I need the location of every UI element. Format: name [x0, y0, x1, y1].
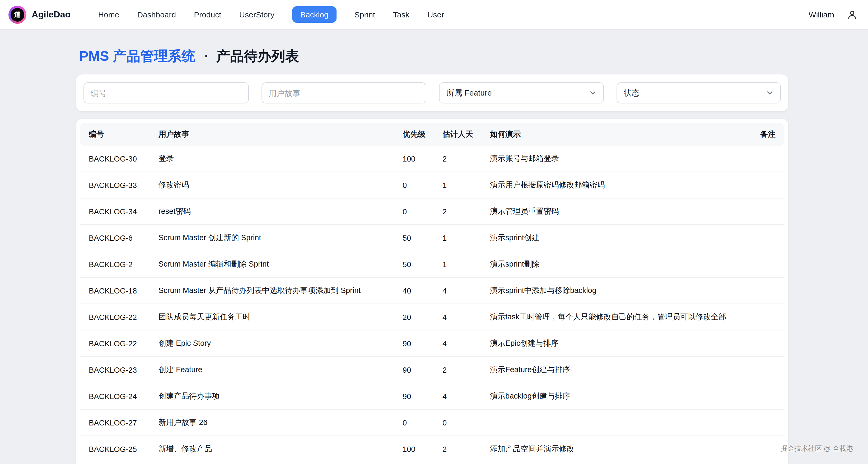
column-header-priority: 优先级	[394, 123, 434, 146]
cell-days: 1	[434, 172, 482, 198]
nav-item-product[interactable]: Product	[194, 10, 221, 19]
cell-days: 4	[434, 277, 482, 304]
page-title: PMS 产品管理系统 · 产品待办列表	[79, 47, 868, 65]
cell-priority: 90	[394, 357, 434, 383]
nav-item-dashboard[interactable]: Dashboard	[137, 10, 176, 19]
cell-demo: 演示Epic创建与排序	[482, 330, 746, 357]
cell-note	[746, 251, 784, 277]
table-row[interactable]: BACKLOG-30 登录 100 2 演示账号与邮箱登录	[80, 146, 784, 172]
cell-days: 2	[434, 146, 482, 172]
cell-story: Scrum Master 从产品待办列表中选取待办事项添加到 Sprint	[150, 277, 394, 304]
cell-note	[746, 172, 784, 198]
cell-priority: 0	[394, 198, 434, 225]
cell-priority: 90	[394, 462, 434, 464]
cell-priority: 90	[394, 330, 434, 357]
cell-priority: 50	[394, 251, 434, 277]
cell-note	[746, 436, 784, 462]
nav-item-userstory[interactable]: UserStory	[239, 10, 275, 19]
page-title-primary: PMS 产品管理系统	[79, 48, 195, 64]
username: William	[809, 10, 834, 19]
table-row[interactable]: BACKLOG-27 新用户故事 26 0 0	[80, 409, 784, 436]
column-header-story: 用户故事	[150, 123, 394, 146]
nav-item-sprint[interactable]: Sprint	[354, 10, 375, 19]
column-header-demo: 如何演示	[482, 123, 746, 146]
page-title-separator: ·	[205, 48, 209, 64]
table-row[interactable]: BACKLOG-24 创建产品待办事项 90 4 演示backlog创建与排序	[80, 383, 784, 409]
cell-demo: 添加产品空间并演示修改	[482, 436, 746, 462]
agiledao-logo[interactable]: 道	[8, 5, 26, 24]
app-root: 道 AgileDao Home Dashboard Product UserSt…	[0, 0, 868, 464]
nav-item-task[interactable]: Task	[393, 10, 409, 19]
page-title-secondary: 产品待办列表	[216, 48, 299, 64]
cell-priority: 0	[394, 409, 434, 436]
cell-id: BACKLOG-25	[80, 436, 150, 462]
backlog-table-card: 编号 用户故事 优先级 估计人天 如何演示 备注 BACKLOG-30 登录 1…	[76, 119, 788, 464]
column-header-id: 编号	[80, 123, 150, 146]
cell-note	[746, 330, 784, 357]
cell-demo: 演示账号与邮箱登录	[482, 146, 746, 172]
cell-demo: 演示sprint中添加与移除backlog	[482, 277, 746, 304]
cell-demo: 演示sprint创建	[482, 225, 746, 251]
cell-id: BACKLOG-23	[80, 357, 150, 383]
status-select-value: 状态	[624, 88, 640, 98]
cell-story: Scrum Master 编辑和删除 Sprint	[150, 251, 394, 277]
cell-priority: 0	[394, 172, 434, 198]
column-header-days: 估计人天	[434, 123, 482, 146]
cell-story: 新增、修改产品	[150, 436, 394, 462]
cell-demo: 演示Feature创建与排序	[482, 357, 746, 383]
table-row[interactable]: BACKLOG-23 创建 Feature 90 2 演示Feature创建与排…	[80, 357, 784, 383]
table-row[interactable]: BACKLOG-33 修改密码 0 1 演示用户根据原密码修改邮箱密码	[80, 172, 784, 198]
cell-demo: 演示用户根据原密码修改邮箱密码	[482, 172, 746, 198]
main-nav: Home Dashboard Product UserStory Backlog…	[98, 6, 444, 23]
story-filter-input[interactable]	[261, 82, 426, 103]
top-navbar: 道 AgileDao Home Dashboard Product UserSt…	[0, 0, 868, 29]
cell-id: BACKLOG-34	[80, 198, 150, 225]
logo-glyph: 道	[10, 8, 24, 21]
cell-id: BACKLOG-22	[80, 304, 150, 330]
cell-story: 修改密码	[150, 172, 394, 198]
table-row[interactable]: BACKLOG-22 团队成员每天更新任务工时 20 4 演示task工时管理，…	[80, 304, 784, 330]
cell-note	[746, 225, 784, 251]
nav-item-backlog[interactable]: Backlog	[292, 6, 337, 23]
id-filter-input[interactable]	[84, 82, 249, 103]
cell-id: BACKLOG-2	[80, 251, 150, 277]
cell-days: 2	[434, 198, 482, 225]
cell-story: Scrum Master 创建新的 Sprint	[150, 225, 394, 251]
feature-select[interactable]: 所属 Feature	[439, 82, 603, 103]
cell-story: 登录	[150, 146, 394, 172]
cell-days: 4	[434, 383, 482, 409]
nav-item-home[interactable]: Home	[98, 10, 119, 19]
cell-story: 团队成员每天更新任务工时	[150, 304, 394, 330]
brand-name: AgileDao	[32, 9, 70, 20]
cell-story: 创建产品待办事项	[150, 383, 394, 409]
cell-priority: 20	[394, 304, 434, 330]
cell-id: BACKLOG-26	[80, 462, 150, 464]
cell-days: 1	[434, 225, 482, 251]
table-row[interactable]: BACKLOG-26 产品空间切换 90 2 切换当前工作的产品	[80, 462, 784, 464]
cell-days: 1	[434, 251, 482, 277]
table-row[interactable]: BACKLOG-18 Scrum Master 从产品待办列表中选取待办事项添加…	[80, 277, 784, 304]
cell-days: 2	[434, 436, 482, 462]
cell-demo: 演示task工时管理，每个人只能修改自己的任务，管理员可以修改全部	[482, 304, 746, 330]
cell-id: BACKLOG-33	[80, 172, 150, 198]
cell-note	[746, 198, 784, 225]
cell-demo	[482, 409, 746, 436]
table-row[interactable]: BACKLOG-2 Scrum Master 编辑和删除 Sprint 50 1…	[80, 251, 784, 277]
cell-days: 0	[434, 409, 482, 436]
cell-days: 2	[434, 357, 482, 383]
table-row[interactable]: BACKLOG-22 创建 Epic Story 90 4 演示Epic创建与排…	[80, 330, 784, 357]
table-row[interactable]: BACKLOG-6 Scrum Master 创建新的 Sprint 50 1 …	[80, 225, 784, 251]
cell-days: 4	[434, 304, 482, 330]
user-profile-icon[interactable]	[847, 9, 858, 20]
cell-demo: 演示sprint删除	[482, 251, 746, 277]
nav-item-user[interactable]: User	[427, 10, 444, 19]
cell-note	[746, 383, 784, 409]
status-select[interactable]: 状态	[616, 82, 781, 103]
table-row[interactable]: BACKLOG-34 reset密码 0 2 演示管理员重置密码	[80, 198, 784, 225]
table-row[interactable]: BACKLOG-25 新增、修改产品 100 2 添加产品空间并演示修改	[80, 436, 784, 462]
cell-story: reset密码	[150, 198, 394, 225]
cell-note	[746, 409, 784, 436]
cell-id: BACKLOG-30	[80, 146, 150, 172]
watermark-text: 掘金技术社区 @ 全栈港	[781, 444, 853, 454]
cell-priority: 40	[394, 277, 434, 304]
